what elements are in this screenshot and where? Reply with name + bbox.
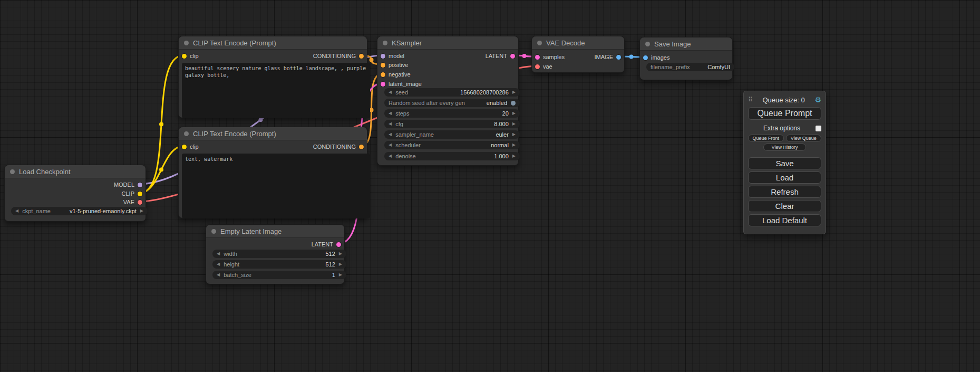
node-title-bar[interactable]: VAE Decode (532, 36, 624, 50)
input-slot-clip[interactable]: clip (182, 52, 199, 60)
drag-handle-icon[interactable]: ⠿ (748, 96, 753, 103)
node-graph-canvas[interactable]: Load Checkpoint MODEL CLIP VAE ◀ ckpt_na… (0, 0, 980, 372)
input-slot-negative[interactable]: negative (381, 70, 411, 79)
refresh-button[interactable]: Refresh (748, 186, 821, 198)
queue-prompt-button[interactable]: Queue Prompt (748, 107, 821, 120)
node-vae-decode[interactable]: VAE Decode samples vae IMAGE (531, 36, 625, 73)
output-slot-image[interactable]: IMAGE (595, 53, 621, 61)
queue-front-button[interactable]: Queue Front (748, 135, 784, 142)
negative-prompt-text-area[interactable]: text, watermark (182, 154, 370, 218)
prev-value-arrow-icon[interactable]: ◀ (389, 143, 392, 147)
widget-height[interactable]: ◀ height 512 ▶ (212, 260, 346, 269)
input-slot-clip[interactable]: clip (182, 142, 199, 151)
toggle-dot-icon[interactable] (511, 101, 516, 106)
node-collapse-dot-icon[interactable] (184, 131, 189, 136)
node-clip-text-encode-negative[interactable]: CLIP Text Encode (Prompt) clip CONDITION… (178, 127, 367, 218)
input-slot-positive[interactable]: positive (381, 61, 408, 69)
node-collapse-dot-icon[interactable] (10, 169, 15, 174)
node-collapse-dot-icon[interactable] (383, 41, 387, 45)
prev-value-arrow-icon[interactable]: ◀ (217, 273, 220, 277)
widget-denoise[interactable]: ◀ denoise 1.000 ▶ (384, 152, 520, 160)
widget-ckpt-name[interactable]: ◀ ckpt_name v1-5-pruned-emaonly.ckpt ▶ (11, 207, 148, 215)
node-title-bar[interactable]: Save Image (640, 37, 732, 51)
input-slot-latent-image[interactable]: latent_image (381, 80, 422, 88)
load-default-button[interactable]: Load Default (748, 214, 821, 226)
slot-dot[interactable] (336, 242, 341, 247)
save-button[interactable]: Save (748, 157, 821, 169)
next-value-arrow-icon[interactable]: ▶ (512, 143, 516, 147)
link-midpoint-dot-conditioning-positive[interactable] (370, 58, 374, 62)
slot-dot[interactable] (359, 145, 364, 149)
node-collapse-dot-icon[interactable] (211, 229, 216, 234)
node-title-bar[interactable]: CLIP Text Encode (Prompt) (179, 127, 367, 140)
next-value-arrow-icon[interactable]: ▶ (339, 252, 342, 256)
slot-dot[interactable] (381, 54, 385, 59)
widget-sampler-name[interactable]: ◀ sampler_name euler ▶ (384, 130, 520, 139)
widget-seed[interactable]: ◀ seed 156680208700286 ▶ (384, 88, 520, 97)
node-title-bar[interactable]: CLIP Text Encode (Prompt) (179, 36, 367, 50)
output-slot-vae[interactable]: VAE (123, 198, 142, 206)
view-history-button[interactable]: View History (763, 144, 806, 151)
settings-gear-icon[interactable]: ⚙ (814, 96, 821, 104)
node-load-checkpoint[interactable]: Load Checkpoint MODEL CLIP VAE ◀ ckpt_na… (4, 165, 146, 222)
slot-dot[interactable] (138, 183, 142, 187)
node-clip-text-encode-positive[interactable]: CLIP Text Encode (Prompt) clip CONDITION… (178, 36, 367, 118)
input-slot-images[interactable]: images (643, 53, 669, 62)
widget-batch-size[interactable]: ◀ batch_size 1 ▶ (212, 271, 346, 279)
next-value-arrow-icon[interactable]: ▶ (512, 132, 516, 137)
node-title-bar[interactable]: Load Checkpoint (5, 165, 145, 178)
slot-dot[interactable] (643, 55, 648, 60)
widget-width[interactable]: ◀ width 512 ▶ (212, 250, 346, 258)
widget-random-seed-toggle[interactable]: Random seed after every gen enabled (384, 99, 520, 107)
next-value-arrow-icon[interactable]: ▶ (140, 209, 143, 213)
widget-scheduler[interactable]: ◀ scheduler normal ▶ (384, 141, 520, 149)
link-midpoint-dot-latent-samples[interactable] (522, 54, 527, 58)
widget-cfg[interactable]: ◀ cfg 8.000 ▶ (384, 120, 520, 128)
next-value-arrow-icon[interactable]: ▶ (512, 122, 516, 126)
node-title-bar[interactable]: KSampler (377, 36, 518, 50)
output-slot-latent[interactable]: LATENT (486, 52, 515, 60)
output-slot-model[interactable]: MODEL (114, 180, 142, 189)
slot-dot[interactable] (510, 54, 515, 59)
prev-value-arrow-icon[interactable]: ◀ (15, 209, 18, 213)
widget-steps[interactable]: ◀ steps 20 ▶ (384, 109, 520, 118)
node-collapse-dot-icon[interactable] (184, 41, 189, 45)
prev-value-arrow-icon[interactable]: ◀ (389, 154, 392, 158)
node-ksampler[interactable]: KSampler model positive negative latent_… (377, 36, 519, 166)
view-queue-button[interactable]: View Queue (786, 135, 822, 142)
slot-dot[interactable] (535, 55, 540, 60)
next-value-arrow-icon[interactable]: ▶ (512, 90, 516, 94)
link-midpoint-dot-clip-to-positive-prompt[interactable] (159, 122, 163, 127)
node-save-image[interactable]: Save Image images filename_prefix ComfyU… (639, 37, 733, 80)
slot-dot[interactable] (359, 54, 364, 59)
load-button[interactable]: Load (748, 171, 821, 184)
prev-value-arrow-icon[interactable]: ◀ (217, 262, 220, 266)
clear-button[interactable]: Clear (748, 200, 821, 212)
slot-dot[interactable] (138, 200, 142, 205)
extra-options-checkbox[interactable] (816, 126, 821, 131)
slot-dot[interactable] (616, 55, 621, 60)
prev-value-arrow-icon[interactable]: ◀ (389, 90, 392, 94)
next-value-arrow-icon[interactable]: ▶ (339, 273, 342, 277)
slot-dot[interactable] (381, 72, 385, 77)
next-value-arrow-icon[interactable]: ▶ (512, 111, 516, 116)
node-title-bar[interactable]: Empty Latent Image (206, 225, 344, 238)
output-slot-clip[interactable]: CLIP (122, 189, 142, 198)
output-slot-conditioning[interactable]: CONDITIONING (313, 142, 364, 151)
positive-prompt-text-area[interactable]: beautiful scenery nature glass bottle la… (182, 63, 370, 118)
slot-dot[interactable] (535, 64, 540, 69)
link-midpoint-dot-clip-to-negative-prompt[interactable] (159, 168, 163, 172)
input-slot-vae[interactable]: vae (535, 62, 552, 71)
link-midpoint-dot-model[interactable] (259, 118, 263, 122)
input-slot-samples[interactable]: samples (535, 53, 565, 61)
next-value-arrow-icon[interactable]: ▶ (512, 154, 516, 158)
node-collapse-dot-icon[interactable] (645, 42, 650, 46)
node-collapse-dot-icon[interactable] (537, 41, 542, 45)
prev-value-arrow-icon[interactable]: ◀ (389, 111, 392, 116)
slot-dot[interactable] (381, 63, 385, 68)
next-value-arrow-icon[interactable]: ▶ (339, 262, 342, 266)
link-midpoint-dot-image[interactable] (629, 55, 634, 59)
node-empty-latent-image[interactable]: Empty Latent Image LATENT ◀ width 512 ▶ … (206, 224, 345, 284)
widget-filename-prefix[interactable]: filename_prefix ComfyUI (646, 63, 734, 71)
output-slot-latent[interactable]: LATENT (312, 240, 341, 249)
